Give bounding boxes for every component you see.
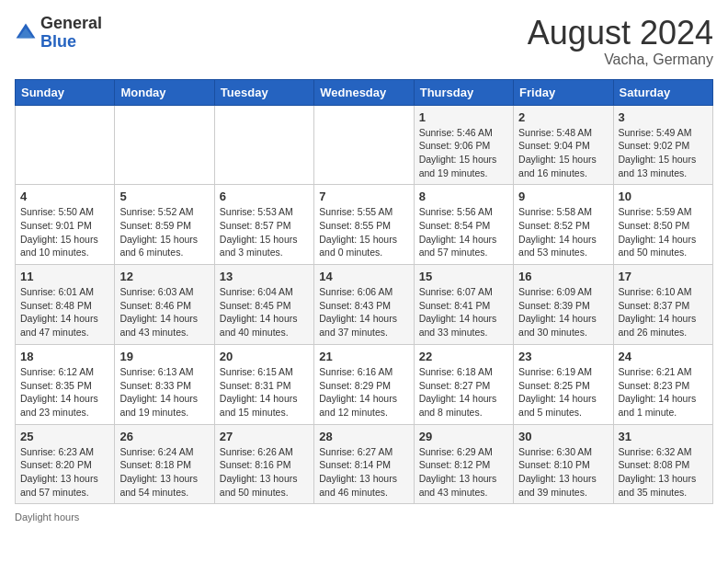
calendar-cell: 3Sunrise: 5:49 AM Sunset: 9:02 PM Daylig…: [613, 105, 712, 185]
day-info: Sunrise: 6:03 AM Sunset: 8:46 PM Dayligh…: [119, 285, 209, 339]
calendar-cell: 8Sunrise: 5:56 AM Sunset: 8:54 PM Daylig…: [414, 185, 513, 265]
day-number: 17: [619, 270, 708, 283]
header-friday: Friday: [514, 79, 613, 105]
calendar-cell: 1Sunrise: 5:46 AM Sunset: 9:06 PM Daylig…: [414, 105, 513, 185]
day-info: Sunrise: 6:24 AM Sunset: 8:18 PM Dayligh…: [119, 445, 209, 500]
calendar-cell: 4Sunrise: 5:50 AM Sunset: 9:01 PM Daylig…: [16, 185, 115, 265]
logo-blue-text: Blue: [40, 33, 102, 52]
day-info: Sunrise: 6:13 AM Sunset: 8:33 PM Dayligh…: [119, 365, 209, 419]
day-number: 9: [518, 190, 608, 203]
calendar-cell: 25Sunrise: 6:23 AM Sunset: 8:20 PM Dayli…: [16, 424, 115, 504]
header-thursday: Thursday: [414, 79, 513, 105]
calendar-cell: 24Sunrise: 6:21 AM Sunset: 8:23 PM Dayli…: [613, 344, 712, 424]
day-info: Sunrise: 5:58 AM Sunset: 8:52 PM Dayligh…: [518, 205, 608, 259]
day-number: 15: [419, 270, 508, 283]
location: Vacha, Germany: [528, 52, 713, 68]
header-saturday: Saturday: [613, 79, 712, 105]
calendar-cell: [16, 105, 115, 185]
day-number: 6: [220, 190, 309, 203]
day-info: Sunrise: 5:56 AM Sunset: 8:54 PM Dayligh…: [419, 205, 508, 259]
day-info: Sunrise: 6:12 AM Sunset: 8:35 PM Dayligh…: [20, 365, 109, 419]
calendar-header-row: SundayMondayTuesdayWednesdayThursdayFrid…: [16, 79, 713, 105]
day-info: Sunrise: 5:49 AM Sunset: 9:02 PM Dayligh…: [619, 126, 708, 180]
day-info: Sunrise: 6:27 AM Sunset: 8:14 PM Dayligh…: [319, 445, 408, 500]
day-info: Sunrise: 5:46 AM Sunset: 9:06 PM Dayligh…: [419, 126, 508, 180]
day-number: 23: [518, 350, 608, 363]
calendar-cell: 9Sunrise: 5:58 AM Sunset: 8:52 PM Daylig…: [514, 185, 613, 265]
day-number: 29: [419, 430, 508, 443]
day-info: Sunrise: 6:01 AM Sunset: 8:48 PM Dayligh…: [20, 285, 109, 339]
calendar-cell: 16Sunrise: 6:09 AM Sunset: 8:39 PM Dayli…: [514, 265, 613, 345]
calendar-cell: [115, 105, 214, 185]
day-info: Sunrise: 6:21 AM Sunset: 8:23 PM Dayligh…: [619, 365, 708, 419]
day-info: Sunrise: 6:26 AM Sunset: 8:16 PM Dayligh…: [220, 445, 309, 500]
day-number: 7: [319, 190, 408, 203]
calendar-cell: 20Sunrise: 6:15 AM Sunset: 8:31 PM Dayli…: [214, 344, 313, 424]
footer: Daylight hours: [15, 511, 713, 523]
day-info: Sunrise: 6:23 AM Sunset: 8:20 PM Dayligh…: [20, 445, 109, 500]
month-year: August 2024: [528, 15, 713, 52]
calendar-week-row: 11Sunrise: 6:01 AM Sunset: 8:48 PM Dayli…: [16, 265, 713, 345]
calendar-week-row: 4Sunrise: 5:50 AM Sunset: 9:01 PM Daylig…: [16, 185, 713, 265]
header-wednesday: Wednesday: [314, 79, 414, 105]
header-sunday: Sunday: [16, 79, 115, 105]
calendar-cell: 6Sunrise: 5:53 AM Sunset: 8:57 PM Daylig…: [214, 185, 313, 265]
day-number: 18: [20, 350, 109, 363]
title-block: August 2024 Vacha, Germany: [528, 15, 713, 68]
calendar-cell: 7Sunrise: 5:55 AM Sunset: 8:55 PM Daylig…: [314, 185, 414, 265]
calendar-cell: 13Sunrise: 6:04 AM Sunset: 8:45 PM Dayli…: [214, 265, 313, 345]
day-number: 14: [319, 270, 408, 283]
day-number: 12: [119, 270, 209, 283]
calendar-cell: 26Sunrise: 6:24 AM Sunset: 8:18 PM Dayli…: [115, 424, 214, 504]
day-number: 4: [20, 190, 109, 203]
day-info: Sunrise: 5:48 AM Sunset: 9:04 PM Dayligh…: [518, 126, 608, 180]
day-info: Sunrise: 6:30 AM Sunset: 8:10 PM Dayligh…: [518, 445, 608, 500]
day-info: Sunrise: 6:16 AM Sunset: 8:29 PM Dayligh…: [319, 365, 408, 419]
calendar-cell: 27Sunrise: 6:26 AM Sunset: 8:16 PM Dayli…: [214, 424, 313, 504]
calendar-cell: 17Sunrise: 6:10 AM Sunset: 8:37 PM Dayli…: [613, 265, 712, 345]
day-number: 2: [518, 110, 608, 124]
calendar-week-row: 18Sunrise: 6:12 AM Sunset: 8:35 PM Dayli…: [16, 344, 713, 424]
footer-label: Daylight hours: [15, 511, 79, 523]
calendar-cell: 12Sunrise: 6:03 AM Sunset: 8:46 PM Dayli…: [115, 265, 214, 345]
calendar-cell: 15Sunrise: 6:07 AM Sunset: 8:41 PM Dayli…: [414, 265, 513, 345]
header-tuesday: Tuesday: [214, 79, 313, 105]
day-number: 27: [220, 430, 309, 443]
calendar-cell: 30Sunrise: 6:30 AM Sunset: 8:10 PM Dayli…: [514, 424, 613, 504]
calendar-cell: 14Sunrise: 6:06 AM Sunset: 8:43 PM Dayli…: [314, 265, 414, 345]
calendar-cell: 5Sunrise: 5:52 AM Sunset: 8:59 PM Daylig…: [115, 185, 214, 265]
day-info: Sunrise: 6:04 AM Sunset: 8:45 PM Dayligh…: [220, 285, 309, 339]
day-number: 20: [220, 350, 309, 363]
day-number: 10: [619, 190, 708, 203]
logo-icon: [15, 22, 37, 44]
day-number: 19: [119, 350, 209, 363]
header-monday: Monday: [115, 79, 214, 105]
calendar-table: SundayMondayTuesdayWednesdayThursdayFrid…: [15, 79, 713, 505]
calendar-cell: 22Sunrise: 6:18 AM Sunset: 8:27 PM Dayli…: [414, 344, 513, 424]
calendar-cell: 19Sunrise: 6:13 AM Sunset: 8:33 PM Dayli…: [115, 344, 214, 424]
logo-general-text: General: [40, 15, 102, 33]
calendar-cell: 18Sunrise: 6:12 AM Sunset: 8:35 PM Dayli…: [16, 344, 115, 424]
calendar-cell: [214, 105, 313, 185]
calendar-cell: 28Sunrise: 6:27 AM Sunset: 8:14 PM Dayli…: [314, 424, 414, 504]
day-info: Sunrise: 5:52 AM Sunset: 8:59 PM Dayligh…: [119, 205, 209, 259]
day-number: 31: [619, 430, 708, 443]
day-info: Sunrise: 6:29 AM Sunset: 8:12 PM Dayligh…: [419, 445, 508, 500]
day-info: Sunrise: 5:50 AM Sunset: 9:01 PM Dayligh…: [20, 205, 109, 259]
day-number: 28: [319, 430, 408, 443]
day-number: 16: [518, 270, 608, 283]
calendar-cell: 31Sunrise: 6:32 AM Sunset: 8:08 PM Dayli…: [613, 424, 712, 504]
day-info: Sunrise: 6:10 AM Sunset: 8:37 PM Dayligh…: [619, 285, 708, 339]
day-info: Sunrise: 6:32 AM Sunset: 8:08 PM Dayligh…: [619, 445, 708, 500]
day-info: Sunrise: 6:09 AM Sunset: 8:39 PM Dayligh…: [518, 285, 608, 339]
day-number: 13: [220, 270, 309, 283]
day-info: Sunrise: 5:59 AM Sunset: 8:50 PM Dayligh…: [619, 205, 708, 259]
day-number: 11: [20, 270, 109, 283]
day-info: Sunrise: 6:06 AM Sunset: 8:43 PM Dayligh…: [319, 285, 408, 339]
logo: General Blue: [15, 15, 102, 52]
calendar-cell: 21Sunrise: 6:16 AM Sunset: 8:29 PM Dayli…: [314, 344, 414, 424]
day-info: Sunrise: 6:07 AM Sunset: 8:41 PM Dayligh…: [419, 285, 508, 339]
day-number: 1: [419, 110, 508, 124]
calendar-week-row: 25Sunrise: 6:23 AM Sunset: 8:20 PM Dayli…: [16, 424, 713, 504]
day-number: 30: [518, 430, 608, 443]
